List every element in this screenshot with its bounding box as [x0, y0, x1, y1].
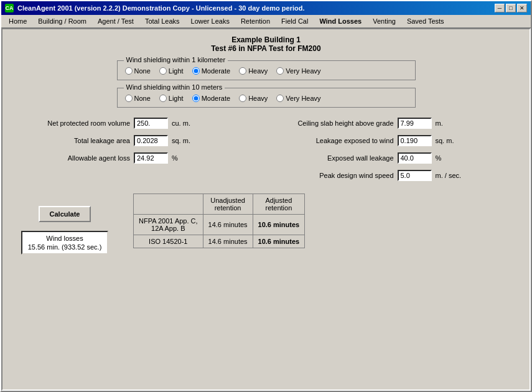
- left-fields: Net protected room volume cu. m. Total l…: [21, 118, 260, 187]
- method-nfpa: NFPA 2001 App. C,12A App. B: [134, 215, 203, 235]
- leakage-exposed-label: Leakage exposed to wind: [273, 137, 394, 144]
- menu-lower-leaks[interactable]: Lower Leaks: [186, 16, 235, 26]
- leakage-exposed-input[interactable]: [398, 135, 432, 146]
- allowable-loss-label: Allowable agent loss: [21, 154, 130, 162]
- col-header-method: [134, 194, 203, 215]
- left-bottom: Calculate Wind losses 15.56 min. (933.52…: [21, 206, 108, 254]
- minimize-button[interactable]: ─: [495, 4, 505, 12]
- menu-building-room[interactable]: Building / Room: [33, 16, 91, 26]
- title-buttons: ─ □ ✕: [495, 4, 527, 12]
- radio-1km-moderate[interactable]: Moderate: [192, 67, 230, 75]
- peak-wind-speed-input[interactable]: [398, 170, 432, 181]
- menu-saved-tests[interactable]: Saved Tests: [402, 16, 449, 26]
- adjusted-iso: 10.6 minutes: [253, 235, 305, 248]
- wind-losses-box: Wind losses 15.56 min. (933.52 sec.): [21, 231, 108, 254]
- ceiling-height-unit: m.: [436, 119, 443, 127]
- total-leakage-input[interactable]: [134, 135, 168, 146]
- table-row-iso: ISO 14520-1 14.6 minutes 10.6 minutes: [134, 235, 305, 248]
- exposed-wall-label: Exposed wall leakage: [273, 154, 394, 162]
- page-title-line1: Example Building 1: [9, 35, 523, 44]
- peak-wind-speed-unit: m. / sec.: [436, 172, 462, 179]
- wind-shielding-10m-options: None Light Moderate Heavy Very Heavy: [125, 95, 408, 102]
- peak-wind-speed-label: Peak design wind speed: [273, 172, 394, 179]
- page-title-line2: Test #6 in NFPA Test for FM200: [9, 44, 523, 53]
- net-volume-label: Net protected room volume: [21, 119, 130, 127]
- menu-bar: Home Building / Room Agent / Test Total …: [1, 15, 531, 28]
- app-icon: CA: [5, 4, 14, 12]
- wind-shielding-1km-options: None Light Moderate Heavy Very Heavy: [125, 67, 408, 75]
- radio-1km-light[interactable]: Light: [159, 67, 184, 75]
- exposed-wall-row: Exposed wall leakage %: [273, 152, 511, 164]
- menu-agent-test[interactable]: Agent / Test: [93, 16, 139, 26]
- total-leakage-row: Total leakage area sq. m.: [21, 135, 260, 146]
- allowable-loss-row: Allowable agent loss %: [21, 152, 260, 164]
- results-table: Unadjustedretention Adjustedretention NF…: [133, 194, 305, 248]
- allowable-loss-input[interactable]: [134, 152, 168, 164]
- wind-shielding-1km-label: Wind shielding within 1 kilometer: [124, 56, 228, 63]
- wind-losses-label: Wind losses: [27, 235, 102, 242]
- bottom-section: Calculate Wind losses 15.56 min. (933.52…: [9, 194, 523, 254]
- exposed-wall-input[interactable]: [398, 152, 432, 164]
- right-fields: Ceiling slab height above grade m. Leaka…: [273, 118, 511, 187]
- ceiling-height-input[interactable]: [398, 118, 432, 129]
- radio-10m-moderate[interactable]: Moderate: [192, 95, 230, 102]
- net-volume-input[interactable]: [134, 118, 168, 129]
- allowable-loss-unit: %: [172, 154, 178, 162]
- window-title: CleanAgent 2001 (version 2.2.2) Demonstr…: [17, 4, 305, 12]
- total-leakage-label: Total leakage area: [21, 137, 130, 144]
- menu-field-cal[interactable]: Field Cal: [276, 16, 313, 26]
- total-leakage-unit: sq. m.: [172, 137, 190, 144]
- menu-wind-losses[interactable]: Wind Losses: [314, 16, 366, 26]
- radio-10m-none[interactable]: None: [125, 95, 151, 102]
- main-window: CA CleanAgent 2001 (version 2.2.2) Demon…: [0, 0, 532, 392]
- unadjusted-iso: 14.6 minutes: [203, 235, 253, 248]
- page-title: Example Building 1 Test #6 in NFPA Test …: [9, 35, 523, 53]
- radio-1km-none[interactable]: None: [125, 67, 151, 75]
- fields-section: Net protected room volume cu. m. Total l…: [9, 118, 523, 187]
- results-table-container: Unadjustedretention Adjustedretention NF…: [133, 194, 305, 248]
- radio-10m-light[interactable]: Light: [159, 95, 184, 102]
- col-header-adjusted: Adjustedretention: [253, 194, 305, 215]
- wind-shielding-10m-group: Wind shielding within 10 meters None Lig…: [117, 88, 416, 108]
- menu-venting[interactable]: Venting: [368, 16, 401, 26]
- radio-10m-heavy[interactable]: Heavy: [239, 95, 268, 102]
- menu-home[interactable]: Home: [4, 16, 32, 26]
- radio-10m-very-heavy[interactable]: Very Heavy: [276, 95, 320, 102]
- method-iso: ISO 14520-1: [134, 235, 203, 248]
- wind-shielding-1km-group: Wind shielding within 1 kilometer None L…: [117, 60, 416, 80]
- content-area: Example Building 1 Test #6 in NFPA Test …: [1, 28, 531, 391]
- wind-shielding-10m-label: Wind shielding within 10 meters: [124, 83, 225, 91]
- adjusted-nfpa: 10.6 minutes: [253, 215, 305, 235]
- leakage-exposed-row: Leakage exposed to wind sq. m.: [273, 135, 511, 146]
- leakage-exposed-unit: sq. m.: [436, 137, 454, 144]
- maximize-button[interactable]: □: [506, 4, 516, 12]
- radio-1km-very-heavy[interactable]: Very Heavy: [276, 67, 320, 75]
- exposed-wall-unit: %: [436, 154, 442, 162]
- menu-retention[interactable]: Retention: [236, 16, 275, 26]
- radio-1km-heavy[interactable]: Heavy: [239, 67, 268, 75]
- title-bar-text: CA CleanAgent 2001 (version 2.2.2) Demon…: [5, 4, 305, 12]
- net-volume-unit: cu. m.: [172, 119, 190, 127]
- net-volume-row: Net protected room volume cu. m.: [21, 118, 260, 129]
- col-header-unadjusted: Unadjustedretention: [203, 194, 253, 215]
- unadjusted-nfpa: 14.6 minutes: [203, 215, 253, 235]
- ceiling-height-row: Ceiling slab height above grade m.: [273, 118, 511, 129]
- calculate-button[interactable]: Calculate: [39, 206, 91, 222]
- peak-wind-speed-row: Peak design wind speed m. / sec.: [273, 170, 511, 181]
- title-bar: CA CleanAgent 2001 (version 2.2.2) Demon…: [1, 1, 531, 15]
- menu-total-leaks[interactable]: Total Leaks: [140, 16, 185, 26]
- table-row-nfpa: NFPA 2001 App. C,12A App. B 14.6 minutes…: [134, 215, 305, 235]
- wind-losses-value: 15.56 min. (933.52 sec.): [27, 243, 102, 251]
- close-button[interactable]: ✕: [517, 4, 527, 12]
- ceiling-height-label: Ceiling slab height above grade: [273, 119, 394, 127]
